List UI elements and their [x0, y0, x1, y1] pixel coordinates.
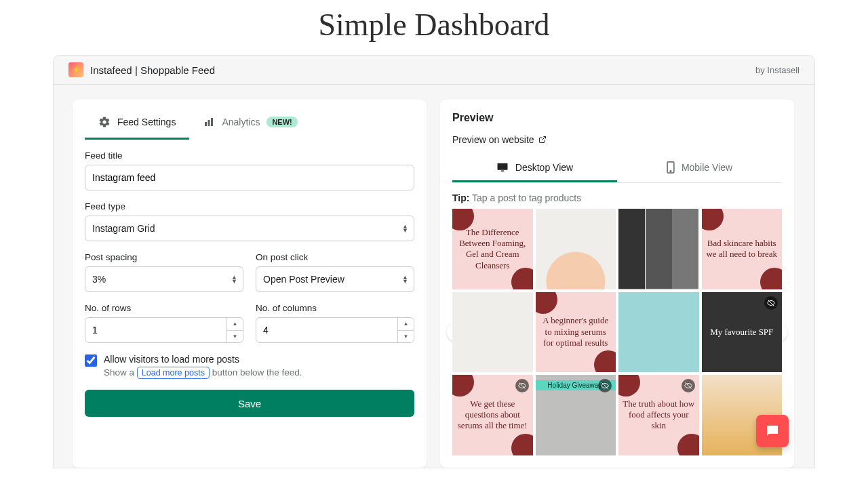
svg-point-7: [670, 171, 671, 172]
hidden-icon: [764, 296, 778, 310]
preview-tile[interactable]: [536, 209, 616, 289]
bar-chart-icon: [203, 116, 215, 128]
hidden-icon: [598, 379, 612, 392]
rows-stepper-down[interactable]: ▼: [226, 331, 243, 343]
hidden-icon: [515, 379, 529, 392]
preview-tile[interactable]: My favourite SPF: [702, 292, 783, 373]
gear-icon: [98, 116, 111, 128]
feed-type-label: Feed type: [85, 201, 414, 211]
preview-tile[interactable]: The Difference Between Foaming, Gel and …: [452, 209, 533, 289]
load-more-chip: Load more posts: [137, 367, 210, 379]
preview-tile[interactable]: Holiday Giveaway!: [536, 375, 616, 455]
rows-stepper-up[interactable]: ▲: [226, 318, 243, 331]
tile-caption: The Difference Between Foaming, Gel and …: [456, 227, 529, 271]
cols-stepper-down[interactable]: ▼: [397, 331, 414, 343]
cols-stepper-up[interactable]: ▲: [397, 318, 414, 331]
tab-label: Analytics: [222, 117, 260, 127]
desktop-icon: [496, 162, 509, 173]
page-heading: Simple Dashboard: [0, 0, 868, 55]
tile-caption: Bad skincare habits we all need to break: [706, 238, 778, 260]
new-badge: NEW!: [267, 117, 297, 127]
cols-input[interactable]: [263, 325, 385, 336]
tab-desktop-view[interactable]: Desktop View: [452, 155, 617, 182]
svg-rect-0: [205, 122, 207, 126]
post-click-label: On post click: [256, 252, 414, 262]
chat-fab-button[interactable]: [756, 415, 789, 447]
feed-type-select[interactable]: Instagram Grid ▲▼: [85, 216, 414, 241]
tab-feed-settings[interactable]: Feed Settings: [85, 106, 189, 140]
tile-caption: My favourite SPF: [710, 327, 773, 338]
preview-card: Preview Preview on website Desktop View: [440, 100, 794, 468]
hidden-icon: [682, 379, 695, 392]
feed-title-input-wrap: [85, 165, 414, 190]
external-link-icon: [538, 136, 547, 144]
app-logo-icon: ⚡: [68, 62, 83, 77]
select-caret-icon: ▲▼: [231, 275, 237, 283]
tile-caption: The truth about how food affects your sk…: [623, 399, 695, 432]
feed-settings-card: Feed Settings Analytics NEW! Feed title …: [73, 100, 427, 468]
preview-tile[interactable]: [618, 292, 699, 373]
post-click-select[interactable]: Open Post Preview ▲▼: [256, 266, 414, 292]
app-shell: ⚡ Instafeed | Shoppable Feed by Instasel…: [53, 55, 815, 468]
svg-rect-5: [501, 171, 505, 172]
allow-more-label: Allow visitors to load more posts: [104, 354, 302, 365]
tab-mobile-view[interactable]: Mobile View: [617, 155, 782, 182]
allow-more-description: Show a Load more posts button below the …: [104, 367, 302, 378]
select-caret-icon: ▲▼: [402, 275, 408, 283]
tile-caption: We get these questions about serums all …: [456, 399, 529, 432]
cols-stepper[interactable]: ▲ ▼: [256, 317, 414, 343]
vendor-line: by Instasell: [755, 65, 800, 75]
cols-label: No. of columns: [256, 303, 414, 313]
mobile-icon: [667, 161, 675, 174]
feed-title-input[interactable]: [92, 172, 407, 183]
preview-heading: Preview: [452, 112, 782, 124]
svg-line-3: [542, 137, 546, 141]
preview-tile[interactable]: A beginner's guide to mixing serums for …: [536, 292, 616, 373]
tile-caption: A beginner's guide to mixing serums for …: [540, 315, 612, 348]
rows-label: No. of rows: [85, 303, 243, 313]
svg-rect-1: [208, 120, 210, 126]
tab-label: Feed Settings: [117, 117, 176, 127]
preview-tile[interactable]: [452, 292, 533, 373]
post-spacing-select[interactable]: 3% ▲▼: [85, 266, 243, 292]
app-header: ⚡ Instafeed | Shoppable Feed by Instasel…: [54, 56, 814, 85]
preview-tile[interactable]: [618, 209, 699, 289]
select-caret-icon: ▲▼: [402, 224, 408, 232]
chat-icon: [764, 423, 781, 439]
feed-title-label: Feed title: [85, 150, 414, 161]
rows-input[interactable]: [92, 325, 214, 336]
svg-rect-4: [497, 163, 507, 170]
app-title: Instafeed | Shoppable Feed: [90, 64, 215, 76]
preview-tile[interactable]: We get these questions about serums all …: [452, 375, 533, 455]
allow-more-checkbox[interactable]: [85, 354, 97, 367]
post-spacing-label: Post spacing: [85, 252, 243, 262]
preview-tile[interactable]: Bad skincare habits we all need to break: [702, 209, 783, 289]
preview-view-tabs: Desktop View Mobile View: [452, 155, 782, 183]
preview-grid: ‹ › The Difference Between Foaming, Gel …: [452, 209, 782, 455]
preview-on-website-link[interactable]: Preview on website: [452, 134, 547, 145]
preview-tile[interactable]: The truth about how food affects your sk…: [618, 375, 699, 455]
vendor-name: Instasell: [767, 65, 800, 75]
settings-tabs: Feed Settings Analytics NEW!: [85, 106, 414, 140]
save-button[interactable]: Save: [85, 390, 414, 417]
rows-stepper[interactable]: ▲ ▼: [85, 317, 243, 343]
preview-tip: Tip: Tap a post to tag products: [452, 192, 782, 203]
svg-rect-2: [211, 118, 213, 126]
tab-analytics[interactable]: Analytics NEW!: [189, 106, 311, 140]
